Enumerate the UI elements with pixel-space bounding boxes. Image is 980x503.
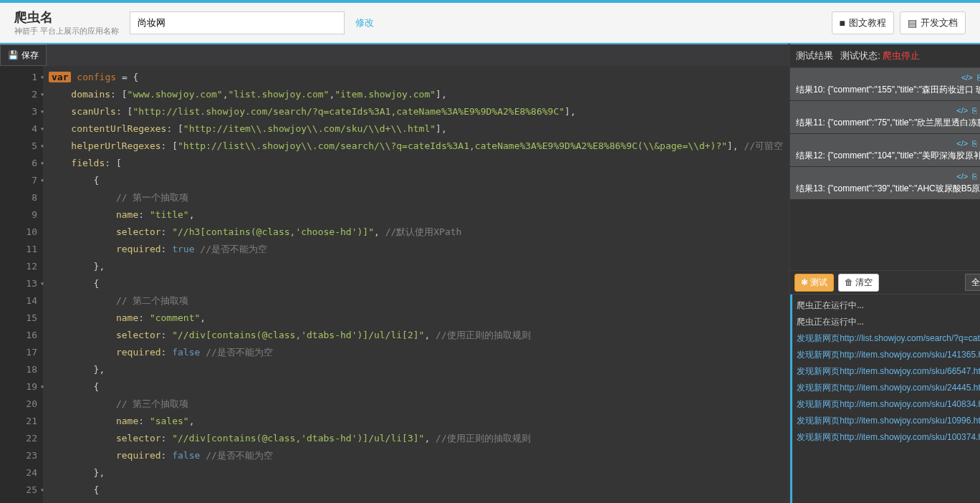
app-name-input[interactable] — [130, 11, 345, 34]
clear-log-button[interactable]: 🗑清空 — [838, 274, 879, 292]
code-line[interactable]: required: false //是否不能为空 — [49, 447, 783, 464]
result-header: 测试结果 测试状态: 爬虫停止 ↻清空结果 — [790, 44, 980, 68]
app-subtitle: 神箭手 平台上展示的应用名称 — [14, 26, 119, 37]
code-line[interactable]: contentUrlRegexes: ["http://item\\.showj… — [49, 120, 783, 138]
header: 爬虫名 神箭手 平台上展示的应用名称 修改 ■图文教程 ▤开发文档 — [0, 3, 980, 43]
line-number: 13 — [3, 275, 37, 292]
modify-link[interactable]: 修改 — [355, 16, 374, 29]
line-number: 18 — [3, 361, 37, 378]
code-icon[interactable]: </> — [956, 106, 968, 115]
log-filter-1[interactable]: 全部 — [965, 274, 980, 291]
line-number: 10 — [3, 224, 37, 241]
line-number: 11 — [3, 241, 37, 258]
line-number: 17 — [3, 344, 37, 361]
code-line[interactable]: helperUrlRegexes: ["http://list\\.showjo… — [49, 138, 783, 155]
code-line[interactable]: selector: "//h3[contains(@class,'choose-… — [49, 224, 783, 241]
log-output[interactable]: 爬虫正在运行中...爬虫正在运行中...发现新网页http://list.sho… — [790, 294, 980, 503]
code-line[interactable]: selector: "//div[contains(@class,'dtabs-… — [49, 430, 783, 447]
save-button[interactable]: 💾保存 — [0, 44, 47, 66]
dev-doc-button[interactable]: ▤开发文档 — [900, 11, 966, 34]
line-number: 2 — [3, 86, 37, 103]
code-line[interactable]: name: "title", — [49, 206, 783, 224]
log-line[interactable]: 发现新网页http://item.showjoy.com/sku/141365.… — [797, 347, 980, 363]
code-line[interactable]: required: true //是否不能为空 — [49, 241, 783, 258]
code-line[interactable]: name: "comment", — [49, 310, 783, 327]
app-name-label: 爬虫名 — [14, 9, 119, 26]
line-number: 3 — [3, 103, 37, 120]
code-line[interactable]: var configs = { — [49, 69, 783, 86]
line-number: 25 — [3, 482, 37, 499]
line-number: 20 — [3, 396, 37, 413]
trash-icon: 🗑 — [845, 277, 853, 287]
code-line[interactable]: }, — [49, 464, 783, 482]
code-line[interactable]: domains: ["www.showjoy.com","list.showjo… — [49, 86, 783, 103]
line-number: 22 — [3, 430, 37, 447]
line-number: 23 — [3, 447, 37, 464]
editor-panel: 💾保存 123456789101112131415161718192021222… — [0, 43, 789, 503]
log-line: 爬虫正在运行中... — [797, 297, 980, 314]
log-line: 爬虫正在运行中... — [797, 314, 980, 330]
result-row[interactable]: </>⎘⧉2016-05-23 17:1:11结果12: {"comment":… — [790, 134, 980, 166]
result-status: 测试状态: 爬虫停止 — [840, 49, 920, 62]
video-icon: ■ — [840, 17, 845, 29]
log-line[interactable]: 发现新网页http://item.showjoy.com/sku/100374.… — [797, 429, 980, 446]
line-number: 6 — [3, 155, 37, 172]
line-number: 1 — [3, 69, 37, 86]
result-text: 结果11: {"comment":"75","title":"欣兰黑里透白冻膜"… — [796, 117, 980, 129]
code-icon[interactable]: </> — [956, 172, 968, 181]
result-text: 结果12: {"comment":"104","title":"美即深海胶原补水… — [796, 150, 980, 162]
code-line[interactable]: required: false //是否不能为空 — [49, 344, 783, 361]
line-number: 21 — [3, 413, 37, 430]
result-row[interactable]: </>⎘⧉2016-05-23 17:1:13结果13: {"comment":… — [790, 167, 980, 199]
book-icon: ▤ — [908, 17, 917, 29]
code-line[interactable]: { — [49, 172, 783, 189]
log-line[interactable]: 发现新网页http://list.showjoy.com/search/?q=c… — [797, 330, 980, 347]
code-line[interactable]: { — [49, 275, 783, 292]
test-button[interactable]: ✱测试 — [794, 274, 834, 292]
line-number: 16 — [3, 327, 37, 344]
line-number: 4 — [3, 120, 37, 138]
line-number: 5 — [3, 138, 37, 155]
log-line[interactable]: 发现新网页http://item.showjoy.com/sku/140834.… — [797, 396, 980, 413]
line-number: 9 — [3, 206, 37, 224]
bug-icon: ✱ — [801, 277, 808, 287]
copy-icon[interactable]: ⎘ — [972, 139, 977, 148]
log-line[interactable]: 发现新网页http://item.showjoy.com/sku/66547.h… — [797, 363, 980, 380]
line-number: 19 — [3, 378, 37, 396]
log-toolbar: ✱测试 🗑清空 全部 全部 — [790, 270, 980, 294]
line-number: 12 — [3, 258, 37, 275]
code-line[interactable]: { — [49, 378, 783, 396]
save-icon: 💾 — [8, 50, 19, 60]
code-icon[interactable]: </> — [956, 139, 968, 148]
code-line[interactable]: selector: "//div[contains(@class,'dtabs-… — [49, 327, 783, 344]
result-row[interactable]: </>⎘⧉2016-05-23 17:1:9结果10: {"comment":"… — [790, 68, 980, 100]
line-number: 14 — [3, 292, 37, 310]
line-number: 7 — [3, 172, 37, 189]
result-text: 结果10: {"comment":"155","title":"森田药妆进口 玻… — [796, 84, 980, 96]
copy-icon[interactable]: ⎘ — [977, 73, 980, 82]
log-line[interactable]: 发现新网页http://item.showjoy.com/sku/10996.h… — [797, 413, 980, 429]
log-line[interactable]: 发现新网页http://item.showjoy.com/sku/24445.h… — [797, 380, 980, 396]
line-number: 24 — [3, 464, 37, 482]
result-text: 结果13: {"comment":"39","title":"AHC玻尿酸B5原… — [796, 183, 980, 195]
copy-icon[interactable]: ⎘ — [972, 172, 977, 181]
result-title: 测试结果 — [796, 49, 833, 62]
code-line[interactable]: // 第三个抽取项 — [49, 396, 783, 413]
line-number: 8 — [3, 189, 37, 206]
results-list[interactable]: </>⎘⧉2016-05-23 17:1:9结果10: {"comment":"… — [790, 68, 980, 270]
code-line[interactable]: name: "sales", — [49, 413, 783, 430]
code-icon[interactable]: </> — [961, 73, 973, 82]
code-line[interactable]: // 第二个抽取项 — [49, 292, 783, 310]
result-row[interactable]: </>⎘⧉2016-05-23 17:1:11结果11: {"comment":… — [790, 101, 980, 133]
code-line[interactable]: }, — [49, 361, 783, 378]
code-line[interactable]: { — [49, 482, 783, 499]
line-number: 15 — [3, 310, 37, 327]
code-line[interactable]: scanUrls: ["http://list.showjoy.com/sear… — [49, 103, 783, 120]
tutorial-button[interactable]: ■图文教程 — [832, 11, 894, 34]
code-line[interactable]: fields: [ — [49, 155, 783, 172]
copy-icon[interactable]: ⎘ — [972, 106, 977, 115]
code-editor[interactable]: 1234567891011121314151617181920212223242… — [0, 66, 789, 503]
code-line[interactable]: // 第一个抽取项 — [49, 189, 783, 206]
code-line[interactable]: }, — [49, 258, 783, 275]
